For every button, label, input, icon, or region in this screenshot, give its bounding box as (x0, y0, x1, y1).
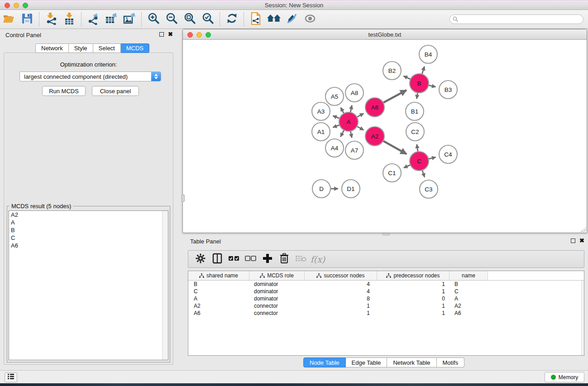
tab-network[interactable]: Network (35, 43, 69, 53)
table-cell-predecessor_nodes[interactable]: 1 (377, 310, 449, 316)
close-panel-button[interactable]: Close panel (92, 86, 139, 96)
tab-select[interactable]: Select (93, 43, 121, 53)
table-cell-successor_nodes[interactable]: 4 (305, 288, 377, 295)
table-cell-predecessor_nodes[interactable]: 0 (377, 295, 449, 302)
table-row[interactable]: A2connector11A2 (188, 302, 584, 310)
export-image-button[interactable] (121, 12, 138, 27)
table-cell-successor_nodes[interactable]: 8 (305, 295, 377, 302)
save-session-button[interactable] (19, 12, 35, 27)
column-header-name[interactable]: name (449, 271, 488, 280)
task-manager-button[interactable] (5, 372, 17, 382)
graph-edge[interactable] (428, 157, 435, 159)
table-cell-shared_name[interactable]: A2 (188, 303, 249, 309)
column-header-predecessor-nodes[interactable]: predecessor nodes (377, 271, 449, 280)
column-header-shared-name[interactable]: shared name (188, 271, 249, 280)
search-input[interactable] (449, 14, 583, 24)
tab-mcds[interactable]: MCDS (121, 43, 149, 53)
graph-edge[interactable] (422, 170, 425, 177)
zoom-in-button[interactable] (145, 12, 162, 27)
refresh-layout-button[interactable] (224, 12, 240, 27)
graph-node[interactable]: C3 (420, 180, 438, 198)
table-settings-button[interactable] (193, 253, 208, 266)
result-item[interactable]: A6 (9, 242, 168, 249)
table-scrollbar[interactable] (581, 281, 584, 355)
result-scrollbar[interactable] (162, 211, 168, 360)
result-item[interactable]: B (9, 226, 168, 234)
import-table-button[interactable] (61, 12, 77, 27)
add-column-button[interactable] (260, 253, 275, 266)
table-cell-mcds_role[interactable]: dominator (249, 295, 305, 302)
table-cell-shared_name[interactable]: C (188, 288, 249, 295)
select-all-button[interactable] (226, 253, 242, 266)
graph-edge[interactable] (357, 126, 363, 130)
table-cell-successor_nodes[interactable]: 1 (305, 303, 377, 309)
float-table-panel-icon[interactable] (571, 238, 575, 243)
show-graphics-details-button[interactable] (302, 12, 318, 27)
graph-edge[interactable] (341, 108, 344, 114)
table-cell-name[interactable]: A2 (449, 303, 488, 309)
network-canvas[interactable]: B4B2B3A5A8A3B1A1C2A4A7C4C1C3DD1BA6AA2C (183, 40, 587, 233)
tab-style[interactable]: Style (69, 43, 93, 53)
zoom-fit-button[interactable] (182, 12, 198, 27)
table-cell-mcds_role[interactable]: dominator (249, 281, 305, 287)
table-row[interactable]: Bdominator41B (188, 281, 584, 288)
close-network-window-button[interactable] (187, 32, 193, 38)
table-cell-shared_name[interactable]: A (188, 295, 249, 302)
graph-node[interactable]: A8 (345, 84, 363, 102)
table-cell-name[interactable]: C (449, 288, 488, 295)
table-cell-mcds_role[interactable]: connector (249, 310, 305, 316)
table-row[interactable]: Cdominator41C (188, 288, 584, 295)
tab-node-table[interactable]: Node Table (303, 357, 346, 367)
result-item[interactable]: A (9, 219, 168, 226)
result-item[interactable]: A2 (9, 211, 168, 219)
close-table-panel-icon[interactable]: ✖ (579, 238, 584, 243)
graph-node[interactable]: B1 (406, 102, 424, 120)
graph-edge[interactable] (350, 131, 352, 138)
export-table-button[interactable] (103, 12, 120, 27)
graph-node[interactable]: C2 (406, 123, 424, 141)
column-header-MCDS-role[interactable]: MCDS role (249, 271, 305, 280)
graph-edge[interactable] (404, 165, 411, 167)
graph-edge[interactable] (340, 130, 344, 137)
close-window-button[interactable] (5, 3, 10, 8)
graph-node[interactable]: C (410, 152, 429, 171)
table-cell-predecessor_nodes[interactable]: 1 (377, 303, 449, 309)
graph-edge[interactable] (417, 144, 418, 152)
graph-node[interactable]: C4 (439, 145, 457, 163)
graph-node[interactable]: B (410, 74, 429, 93)
open-session-button[interactable] (1, 12, 17, 27)
table-cell-mcds_role[interactable]: connector (249, 303, 305, 309)
graph-node[interactable]: A4 (325, 139, 344, 157)
graph-node[interactable]: D (312, 180, 330, 198)
graph-node[interactable]: A5 (325, 87, 344, 105)
window-resize-grip[interactable] (581, 227, 586, 232)
table-cell-predecessor_nodes[interactable]: 1 (377, 281, 449, 287)
graph-node[interactable]: C1 (383, 164, 401, 182)
column-header-successor-nodes[interactable]: successor nodes (305, 271, 377, 280)
graph-edge[interactable] (333, 125, 339, 127)
table-cell-name[interactable]: A (449, 295, 488, 302)
close-panel-icon[interactable]: ✖ (168, 32, 173, 37)
run-mcds-button[interactable]: Run MCDS (42, 86, 86, 96)
delete-table-button[interactable] (293, 253, 309, 266)
function-builder-button[interactable]: f(x) (310, 253, 325, 266)
graph-node[interactable]: A3 (312, 102, 330, 120)
table-cell-predecessor_nodes[interactable]: 1 (377, 288, 449, 295)
criterion-select[interactable]: largest connected component (directed) (19, 71, 161, 81)
tab-edge-table[interactable]: Edge Table (346, 357, 387, 367)
table-row[interactable]: A6connector11A6 (188, 310, 584, 317)
graph-edge[interactable] (429, 85, 436, 86)
graph-edge[interactable] (333, 116, 339, 119)
delete-column-button[interactable] (277, 253, 292, 266)
graph-edge[interactable] (416, 93, 417, 99)
graph-edge[interactable] (357, 114, 363, 117)
table-cell-mcds_role[interactable]: dominator (249, 288, 305, 295)
network-from-file-button[interactable] (248, 12, 264, 27)
table-cell-successor_nodes[interactable]: 1 (305, 310, 377, 316)
zoom-out-button[interactable] (163, 12, 180, 27)
zoom-selected-button[interactable] (200, 12, 216, 27)
float-panel-icon[interactable] (159, 32, 164, 37)
table-cell-shared_name[interactable]: B (188, 281, 249, 287)
graph-node[interactable]: A7 (345, 141, 363, 159)
network-window-titlebar[interactable]: testGlobe.txt (183, 29, 587, 40)
